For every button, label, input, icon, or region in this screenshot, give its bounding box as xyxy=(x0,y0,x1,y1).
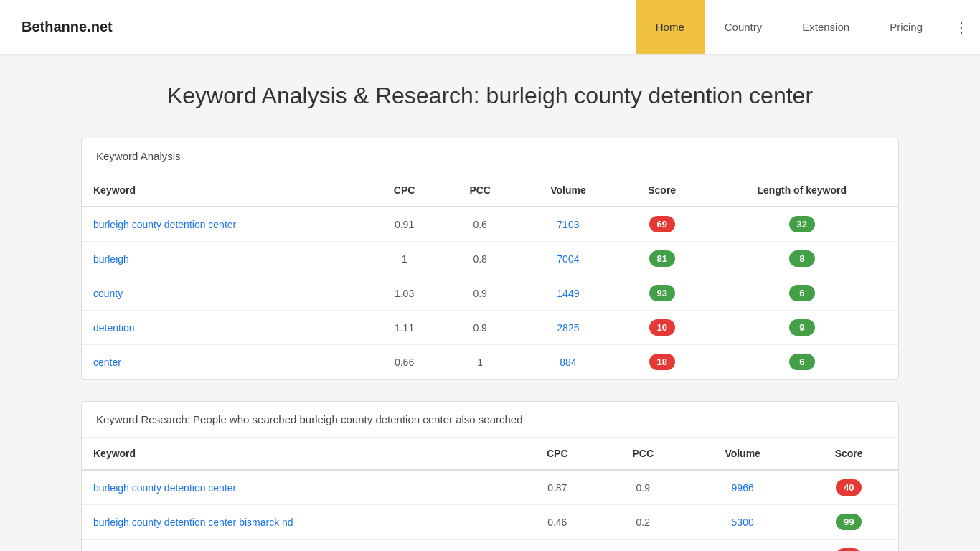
length-cell: 32 xyxy=(706,207,898,242)
cpc-cell: 0.66 xyxy=(367,345,443,380)
keyword-cell: burleigh county detention center xyxy=(82,470,514,505)
pcc-cell: 0.2 xyxy=(600,505,687,540)
cpc-cell: 1.03 xyxy=(367,276,443,311)
length-cell: 9 xyxy=(706,311,898,345)
score-badge: 40 xyxy=(836,479,862,496)
table-row: burleigh county detention center 0.87 0.… xyxy=(82,470,898,505)
page-title: Keyword Analysis & Research: burleigh co… xyxy=(81,83,899,109)
nav-country[interactable]: Country xyxy=(705,0,783,54)
col-score: Score xyxy=(799,438,898,470)
cpc-cell: 1 xyxy=(367,242,443,276)
keyword-link[interactable]: burleigh county detention center xyxy=(93,219,236,230)
keyword-cell: burleigh county detention center xyxy=(82,207,367,242)
nav-home[interactable]: Home xyxy=(636,0,705,54)
pcc-cell: 0.9 xyxy=(442,311,518,345)
score-badge: 69 xyxy=(649,216,675,232)
analysis-card: Keyword Analysis Keyword CPC PCC Volume … xyxy=(81,138,899,380)
volume-cell: 9966 xyxy=(686,470,799,505)
pcc-cell: 0.6 xyxy=(442,207,518,242)
keyword-cell: burleigh county detention center bismarc… xyxy=(82,505,514,540)
nav-links: Home Country Extension Pricing xyxy=(636,0,943,54)
volume-link[interactable]: 9966 xyxy=(732,482,754,494)
score-cell: 18 xyxy=(618,345,706,380)
score-badge: 10 xyxy=(649,319,675,336)
nav-extension[interactable]: Extension xyxy=(782,0,870,54)
length-badge: 6 xyxy=(789,354,815,370)
score-cell: 69 xyxy=(618,207,706,242)
site-brand: Bethanne.net xyxy=(0,0,134,54)
analysis-table-body: burleigh county detention center 0.91 0.… xyxy=(82,207,898,379)
cpc-cell: 0.95 xyxy=(514,540,600,552)
col-keyword: Keyword xyxy=(82,438,514,470)
table-row: county 1.03 0.9 1449 93 6 xyxy=(82,276,898,311)
volume-link[interactable]: 2825 xyxy=(557,322,579,334)
score-badge: 18 xyxy=(649,354,675,370)
main-content: Keyword Analysis & Research: burleigh co… xyxy=(67,54,913,551)
keyword-link[interactable]: burleigh county detention center xyxy=(93,482,236,494)
keyword-cell: burleigh county detention center inmates xyxy=(82,540,514,552)
volume-link[interactable]: 7103 xyxy=(557,219,579,230)
keyword-link[interactable]: burleigh county detention center bismarc… xyxy=(93,517,293,528)
cpc-cell: 0.46 xyxy=(514,505,600,540)
table-row: burleigh county detention center bismarc… xyxy=(82,505,898,540)
volume-cell: 5300 xyxy=(686,505,799,540)
cpc-cell: 1.11 xyxy=(367,311,443,345)
length-badge: 6 xyxy=(789,285,815,301)
score-cell: 99 xyxy=(799,505,898,540)
nav-pricing[interactable]: Pricing xyxy=(870,0,943,54)
score-badge: 81 xyxy=(649,250,675,267)
research-card-header: Keyword Research: People who searched bu… xyxy=(82,402,898,438)
nav-more-icon[interactable]: ⋮ xyxy=(943,0,980,54)
volume-link[interactable]: 884 xyxy=(560,357,576,368)
keyword-cell: center xyxy=(82,345,367,380)
volume-cell: 5341 xyxy=(686,540,799,552)
col-cpc: CPC xyxy=(514,438,600,470)
volume-cell: 7103 xyxy=(518,207,618,242)
volume-link[interactable]: 7004 xyxy=(557,253,579,265)
keyword-cell: burleigh xyxy=(82,242,367,276)
score-cell: 93 xyxy=(618,276,706,311)
table-row: burleigh county detention center 0.91 0.… xyxy=(82,207,898,242)
col-cpc: CPC xyxy=(367,174,443,207)
score-cell: 10 xyxy=(618,311,706,345)
analysis-card-header: Keyword Analysis xyxy=(82,138,898,174)
volume-cell: 1449 xyxy=(518,276,618,311)
volume-cell: 7004 xyxy=(518,242,618,276)
table-row: burleigh 1 0.8 7004 81 8 xyxy=(82,242,898,276)
volume-link[interactable]: 1449 xyxy=(557,288,579,299)
analysis-table-header-row: Keyword CPC PCC Volume Score Length of k… xyxy=(82,174,898,207)
length-badge: 32 xyxy=(789,216,815,232)
length-cell: 8 xyxy=(706,242,898,276)
table-row: detention 1.11 0.9 2825 10 9 xyxy=(82,311,898,345)
pcc-cell: 1 xyxy=(442,345,518,380)
volume-link[interactable]: 5300 xyxy=(732,517,754,528)
keyword-link[interactable]: detention xyxy=(93,322,135,334)
research-card: Keyword Research: People who searched bu… xyxy=(81,401,899,551)
pcc-cell: 0.9 xyxy=(442,276,518,311)
cpc-cell: 0.87 xyxy=(514,470,600,505)
score-cell: 81 xyxy=(618,242,706,276)
score-badge: 40 xyxy=(836,548,862,551)
col-volume: Volume xyxy=(686,438,799,470)
research-table-body: burleigh county detention center 0.87 0.… xyxy=(82,470,898,551)
analysis-table: Keyword CPC PCC Volume Score Length of k… xyxy=(82,174,898,379)
research-table: Keyword CPC PCC Volume Score burleigh co… xyxy=(82,438,898,551)
pcc-cell: 0.8 xyxy=(442,242,518,276)
pcc-cell: 0.9 xyxy=(600,470,687,505)
volume-cell: 884 xyxy=(518,345,618,380)
score-cell: 40 xyxy=(799,540,898,552)
keyword-link[interactable]: burleigh xyxy=(93,253,129,265)
length-badge: 8 xyxy=(789,250,815,267)
table-row: center 0.66 1 884 18 6 xyxy=(82,345,898,380)
score-badge: 93 xyxy=(649,285,675,301)
keyword-link[interactable]: county xyxy=(93,288,123,299)
brand-text: Bethanne.net xyxy=(22,19,113,35)
col-pcc: PCC xyxy=(442,174,518,207)
volume-cell: 2825 xyxy=(518,311,618,345)
research-table-header-row: Keyword CPC PCC Volume Score xyxy=(82,438,898,470)
cpc-cell: 0.91 xyxy=(367,207,443,242)
col-keyword: Keyword xyxy=(82,174,367,207)
keyword-link[interactable]: center xyxy=(93,357,121,368)
length-cell: 6 xyxy=(706,345,898,380)
col-volume: Volume xyxy=(518,174,618,207)
